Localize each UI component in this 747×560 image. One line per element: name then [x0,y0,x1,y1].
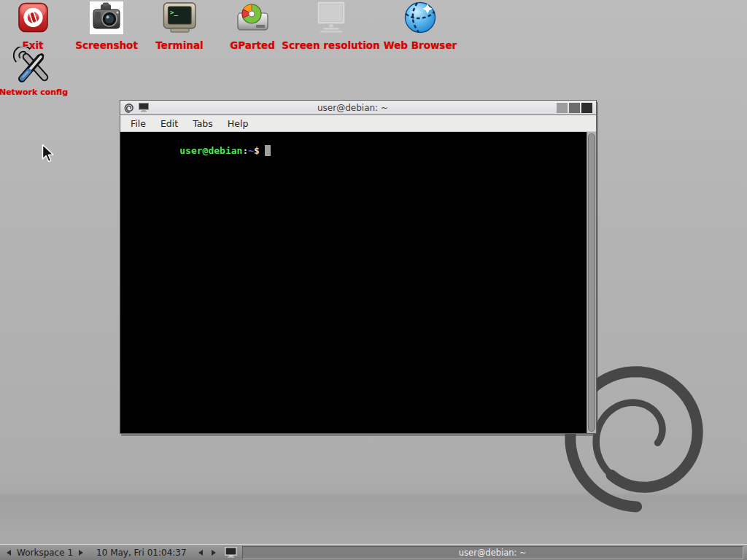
terminal-screen[interactable]: user@debian:~$ [120,132,587,433]
terminal-window: user@debian: ~ File Edit Tabs Help user@… [120,100,597,434]
svg-text:>_: >_ [170,9,178,16]
pager-left-arrow-icon[interactable] [7,550,11,556]
desktop-icon-label: Terminal [155,39,203,51]
taskbar: Workspace 1 10 May, Fri 01:04:37 user@de… [0,544,747,560]
camera-icon [90,1,123,34]
menu-edit[interactable]: Edit [153,116,185,131]
desktop-icon-label: Network config [0,88,68,97]
minimize-button[interactable] [557,103,568,113]
debian-swirl-icon [124,102,135,114]
desktop-icon-label: GParted [230,39,275,51]
desktop-icon-exit[interactable]: Exit [5,1,61,51]
workspace-pager: Workspace 1 [7,548,83,558]
mouse-cursor [42,144,56,166]
pager-right-arrow-icon[interactable] [79,550,83,556]
terminal-area: user@debian:~$ [120,132,596,433]
desktop-icon-gparted[interactable]: GParted [221,1,284,51]
prompt-path: ~ [248,145,254,156]
desktop-icon-network-config[interactable]: Network config [3,47,64,97]
tasklist-left-arrow-icon[interactable] [198,550,203,556]
taskbar-clock: 10 May, Fri 01:04:37 [96,548,187,558]
show-desktop-button[interactable] [225,547,237,558]
terminal-cursor [265,145,271,156]
scrollbar-thumb[interactable] [588,133,595,432]
desktop-icon-label: Screen resolution [282,39,379,51]
close-button[interactable] [581,103,592,113]
terminal-scrollbar[interactable] [587,132,596,433]
desktop-icon-web-browser[interactable]: Web Browser [379,1,461,51]
window-buttons [557,103,592,113]
window-menubar: File Edit Tabs Help [120,115,596,132]
window-title: user@debian: ~ [152,103,553,113]
desktop: Exit Screenshot [0,0,747,544]
menu-file[interactable]: File [123,116,153,131]
tasklist-pager [198,550,216,556]
maximize-button[interactable] [569,103,580,113]
menu-help[interactable]: Help [220,116,256,131]
prompt-user-host: user@debian [179,145,242,156]
prompt-symbol: $ [254,145,260,156]
active-task-button[interactable]: user@debian: ~ [242,546,743,559]
desktop-icon-label: Screenshot [75,39,138,51]
crt-terminal-icon: >_ [163,1,197,34]
window-titlebar[interactable]: user@debian: ~ [120,101,596,115]
monitor-icon [225,547,237,558]
task-button-label: user@debian: ~ [459,548,527,558]
partition-disk-icon [236,1,269,34]
desktop-icon-screenshot[interactable]: Screenshot [74,1,139,51]
tasklist-right-arrow-icon[interactable] [212,550,216,556]
tools-icon [13,47,54,85]
menu-tabs[interactable]: Tabs [185,116,220,131]
workspace-label[interactable]: Workspace 1 [17,548,73,558]
prompt-line: user@debian:~$ [123,134,587,167]
desktop-icon-label: Web Browser [384,39,457,51]
globe-icon [403,1,437,34]
terminal-window-icon [139,103,149,112]
desktop-icon-terminal[interactable]: >_ Terminal [147,1,212,51]
desktop-icon-screen-resolution[interactable]: Screen resolution [283,1,379,51]
monitor-icon [314,1,349,34]
exit-icon [18,1,48,34]
